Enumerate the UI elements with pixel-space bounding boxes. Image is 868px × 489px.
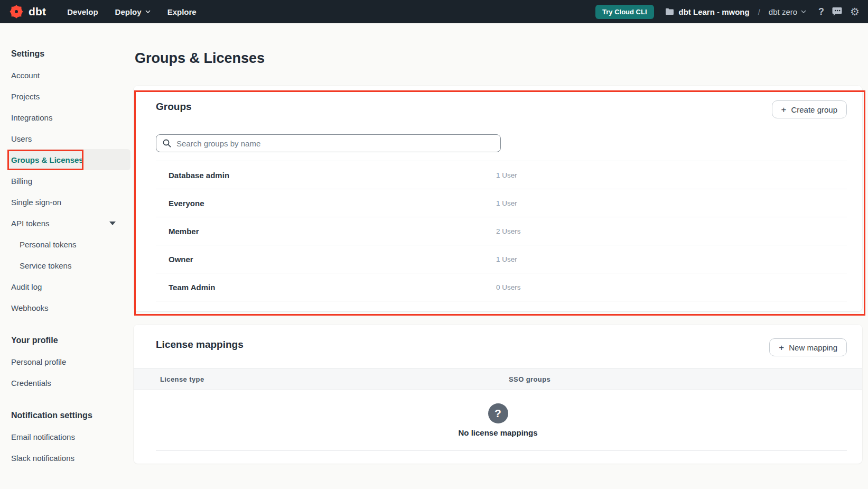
- user-count: 1 User: [496, 255, 517, 263]
- sidebar-item-audit-log[interactable]: Audit log: [7, 276, 130, 297]
- chevron-down-icon: [109, 222, 116, 225]
- sidebar-item-personal-tokens[interactable]: Personal tokens: [7, 234, 130, 255]
- sidebar-item-webhooks[interactable]: Webhooks: [7, 297, 130, 318]
- sidebar-item-personal-profile[interactable]: Personal profile: [7, 351, 130, 372]
- try-cloud-cli-button[interactable]: Try Cloud CLI: [595, 5, 654, 19]
- chevron-down-icon: [145, 10, 151, 13]
- new-mapping-button[interactable]: + New mapping: [769, 338, 847, 356]
- chat-bubble-icon[interactable]: [832, 7, 842, 16]
- group-row-owner[interactable]: Owner 1 User: [156, 245, 847, 273]
- sidebar-item-users[interactable]: Users: [7, 128, 130, 149]
- sidebar-item-credentials[interactable]: Credentials: [7, 372, 130, 393]
- user-count: 0 Users: [496, 283, 521, 291]
- group-row-team-admin[interactable]: Team Admin 0 Users: [156, 273, 847, 301]
- settings-sidebar: Settings Account Projects Integrations U…: [0, 23, 132, 489]
- chevron-down-icon: [801, 10, 806, 13]
- sidebar-item-single-sign-on[interactable]: Single sign-on: [7, 191, 130, 213]
- project-switcher[interactable]: dbt zero: [769, 7, 806, 16]
- account-switcher[interactable]: dbt Learn - mwong: [665, 7, 750, 16]
- group-search-box: [156, 134, 501, 152]
- plus-icon: +: [781, 105, 787, 114]
- sidebar-item-api-tokens[interactable]: API tokens: [7, 213, 130, 234]
- question-mark-circle-icon: ?: [488, 403, 508, 423]
- user-count: 1 User: [496, 171, 517, 179]
- sidebar-item-billing[interactable]: Billing: [7, 170, 130, 191]
- empty-state-title: No license mappings: [458, 428, 537, 437]
- license-mappings-empty-state: ? No license mappings: [134, 403, 862, 437]
- license-mappings-heading: License mappings: [156, 337, 244, 352]
- user-count: 1 User: [496, 199, 517, 207]
- column-license-type: License type: [156, 375, 509, 383]
- brand[interactable]: dbt: [8, 4, 46, 20]
- nav-deploy[interactable]: Deploy: [115, 7, 151, 16]
- sidebar-item-integrations[interactable]: Integrations: [7, 107, 130, 128]
- nav-develop[interactable]: Develop: [67, 7, 98, 16]
- dbt-logo-icon: [8, 4, 24, 20]
- divider: [156, 450, 847, 451]
- create-group-button[interactable]: + Create group: [772, 100, 847, 118]
- license-mappings-card: License mappings + New mapping License t…: [134, 325, 862, 464]
- folder-icon: [665, 8, 674, 15]
- group-row-database-admin[interactable]: Database admin 1 User: [156, 161, 847, 189]
- help-icon[interactable]: ?: [818, 6, 824, 17]
- sidebar-item-groups-licenses[interactable]: Groups & Licenses: [7, 149, 130, 170]
- main-content: Groups & Licenses Groups + Create group: [132, 23, 868, 489]
- sidebar-section-your-profile: Your profile: [0, 330, 132, 351]
- top-navbar: dbt Develop Deploy Explore Try Cloud CLI…: [0, 0, 868, 23]
- breadcrumb-separator: /: [758, 7, 760, 16]
- gear-icon[interactable]: ⚙: [850, 6, 860, 17]
- user-count: 2 Users: [496, 227, 521, 235]
- sidebar-item-service-tokens[interactable]: Service tokens: [7, 255, 130, 276]
- sidebar-item-account[interactable]: Account: [7, 64, 130, 86]
- brand-name: dbt: [29, 5, 46, 18]
- sidebar-item-email-notifications[interactable]: Email notifications: [7, 426, 130, 447]
- groups-heading: Groups: [156, 99, 192, 114]
- sidebar-item-projects[interactable]: Projects: [7, 86, 130, 107]
- license-mappings-table-header: License type SSO groups: [134, 368, 862, 390]
- nav-explore[interactable]: Explore: [167, 7, 197, 16]
- groups-list: Database admin 1 User Everyone 1 User Me…: [156, 161, 847, 301]
- project-name: dbt zero: [769, 7, 797, 16]
- group-row-member[interactable]: Member 2 Users: [156, 217, 847, 245]
- search-groups-input[interactable]: [176, 139, 494, 148]
- account-name: dbt Learn - mwong: [679, 7, 750, 16]
- search-icon: [163, 139, 171, 147]
- sidebar-section-settings: Settings: [0, 43, 132, 64]
- column-sso-groups: SSO groups: [509, 375, 550, 383]
- groups-card: Groups + Create group Database admin 1 U…: [134, 86, 862, 311]
- page-title: Groups & Licenses: [135, 50, 862, 67]
- sidebar-item-slack-notifications[interactable]: Slack notifications: [7, 447, 130, 468]
- group-row-everyone[interactable]: Everyone 1 User: [156, 189, 847, 217]
- main-nav: Develop Deploy Explore: [67, 7, 196, 16]
- sidebar-section-notification-settings: Notification settings: [0, 405, 132, 426]
- plus-icon: +: [779, 343, 784, 352]
